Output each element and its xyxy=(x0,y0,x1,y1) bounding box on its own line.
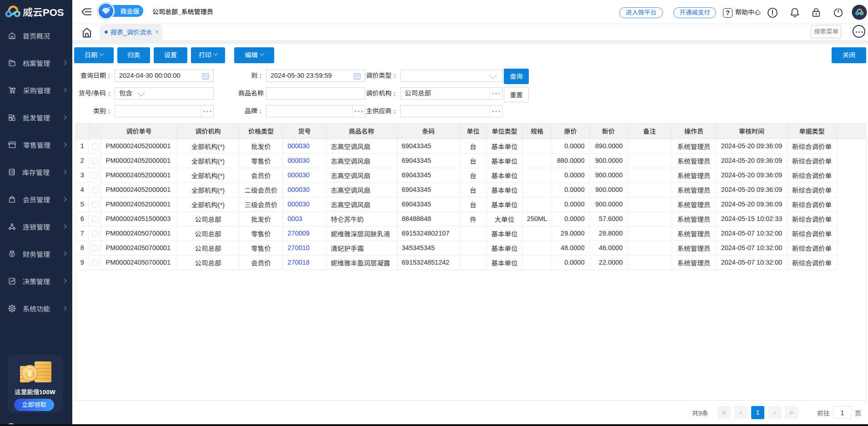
svg-text:¥: ¥ xyxy=(27,368,33,379)
